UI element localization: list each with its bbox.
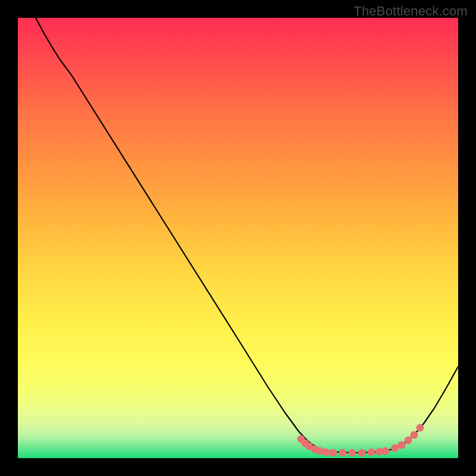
data-marker — [358, 449, 366, 457]
chart-container: TheBottleneck.com — [0, 0, 476, 476]
data-markers — [298, 424, 424, 457]
data-marker — [322, 449, 330, 456]
data-marker — [330, 449, 337, 457]
data-marker — [411, 431, 418, 439]
data-marker — [368, 449, 375, 456]
data-marker — [405, 437, 412, 444]
data-marker — [339, 449, 347, 457]
data-marker — [382, 447, 390, 455]
plot-area — [18, 18, 458, 458]
data-marker — [349, 449, 356, 457]
data-marker — [416, 424, 424, 432]
bottleneck-curve — [36, 18, 458, 453]
watermark-text: TheBottleneck.com — [353, 4, 468, 19]
data-marker — [398, 441, 406, 449]
chart-overlay — [18, 18, 458, 458]
